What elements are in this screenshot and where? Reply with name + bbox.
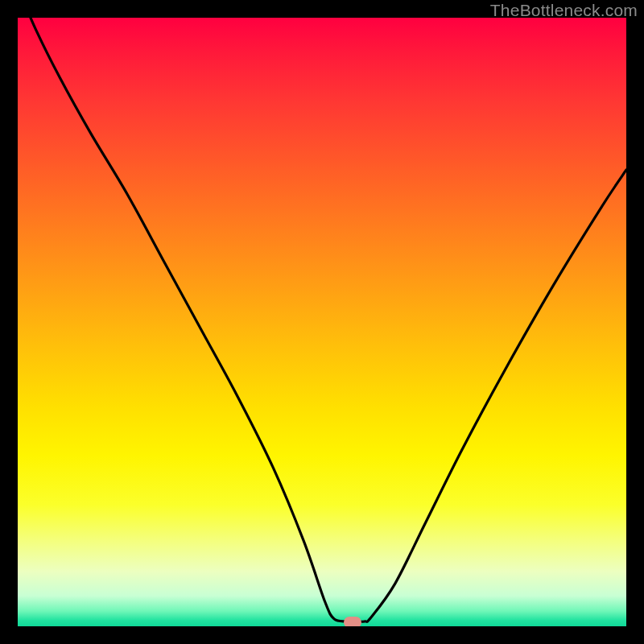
curve-svg [18, 18, 626, 626]
watermark-text: TheBottleneck.com [490, 1, 638, 20]
chart-frame: TheBottleneck.com [0, 0, 644, 644]
bottleneck-curve [18, 18, 626, 621]
plot-area [18, 18, 626, 626]
optimum-marker [344, 617, 361, 626]
